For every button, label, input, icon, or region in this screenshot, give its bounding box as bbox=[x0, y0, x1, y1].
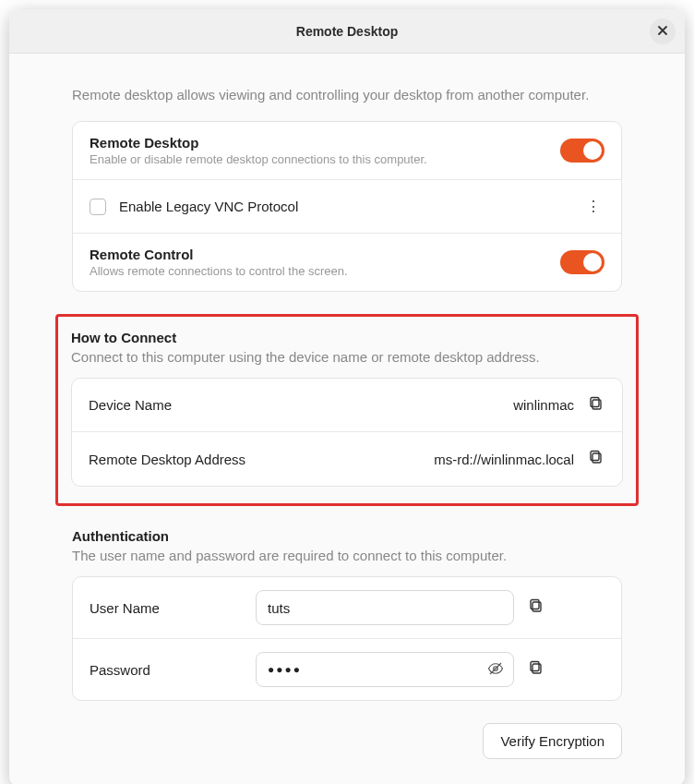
auth-heading: Authentication bbox=[72, 528, 622, 544]
username-input[interactable]: tuts bbox=[256, 590, 514, 625]
remote-desktop-subtitle: Enable or disable remote desktop connect… bbox=[90, 152, 560, 166]
username-row: User Name tuts bbox=[73, 577, 621, 639]
remote-control-title: Remote Control bbox=[90, 247, 560, 262]
button-row: Verify Encryption bbox=[72, 723, 622, 759]
vnc-checkbox[interactable] bbox=[90, 199, 106, 215]
eye-off-icon bbox=[487, 664, 504, 680]
remote-desktop-row: Remote Desktop Enable or disable remote … bbox=[73, 122, 621, 180]
username-value: tuts bbox=[268, 600, 290, 616]
auth-card: User Name tuts Password ●●●● bbox=[72, 576, 622, 701]
copy-password-button[interactable] bbox=[527, 660, 545, 679]
show-password-button[interactable] bbox=[487, 660, 504, 680]
connect-card: Device Name winlinmac Remote Desktop Add… bbox=[71, 378, 623, 487]
window-title: Remote Desktop bbox=[296, 24, 398, 39]
device-name-value: winlinmac bbox=[513, 397, 574, 413]
vnc-row: Enable Legacy VNC Protocol ⋮ bbox=[73, 180, 621, 234]
password-masked: ●●●● bbox=[268, 663, 302, 676]
remote-desktop-text: Remote Desktop Enable or disable remote … bbox=[90, 135, 560, 166]
titlebar: Remote Desktop bbox=[9, 9, 685, 54]
remote-control-toggle[interactable] bbox=[560, 250, 604, 274]
intro-text: Remote desktop allows viewing and contro… bbox=[72, 85, 622, 104]
close-icon bbox=[657, 23, 668, 40]
auth-subtitle: The user name and password are required … bbox=[72, 548, 622, 563]
content-area: Remote desktop allows viewing and contro… bbox=[9, 54, 685, 784]
remote-control-text: Remote Control Allows remote connections… bbox=[90, 247, 560, 278]
device-name-row: Device Name winlinmac bbox=[72, 379, 622, 432]
remote-desktop-toggle[interactable] bbox=[560, 139, 604, 163]
remote-control-row: Remote Control Allows remote connections… bbox=[73, 234, 621, 291]
address-label: Remote Desktop Address bbox=[89, 452, 434, 467]
how-to-connect-highlight: How to Connect Connect to this computer … bbox=[55, 314, 639, 506]
device-name-label: Device Name bbox=[89, 397, 513, 413]
copy-icon bbox=[529, 660, 544, 679]
copy-username-button[interactable] bbox=[527, 598, 545, 617]
verify-encryption-button[interactable]: Verify Encryption bbox=[483, 723, 622, 759]
username-label: User Name bbox=[90, 600, 256, 616]
address-row: Remote Desktop Address ms-rd://winlinmac… bbox=[72, 432, 622, 486]
password-label: Password bbox=[90, 662, 256, 678]
close-button[interactable] bbox=[650, 18, 676, 44]
vnc-label: Enable Legacy VNC Protocol bbox=[119, 199, 582, 214]
copy-icon bbox=[589, 396, 604, 415]
address-value: ms-rd://winlinmac.local bbox=[434, 452, 574, 467]
settings-card: Remote Desktop Enable or disable remote … bbox=[72, 121, 622, 292]
settings-window: Remote Desktop Remote desktop allows vie… bbox=[9, 9, 685, 784]
password-row: Password ●●●● bbox=[73, 639, 621, 700]
copy-address-button[interactable] bbox=[587, 450, 605, 468]
connect-heading: How to Connect bbox=[71, 330, 623, 345]
more-icon: ⋮ bbox=[586, 199, 601, 214]
copy-device-name-button[interactable] bbox=[587, 396, 605, 415]
remote-desktop-title: Remote Desktop bbox=[90, 135, 560, 151]
copy-icon bbox=[589, 450, 604, 468]
password-input[interactable]: ●●●● bbox=[256, 652, 514, 687]
connect-subtitle: Connect to this computer using the devic… bbox=[71, 349, 623, 365]
remote-control-subtitle: Allows remote connections to control the… bbox=[90, 264, 560, 278]
vnc-menu-button[interactable]: ⋮ bbox=[582, 198, 604, 215]
copy-icon bbox=[529, 598, 544, 617]
